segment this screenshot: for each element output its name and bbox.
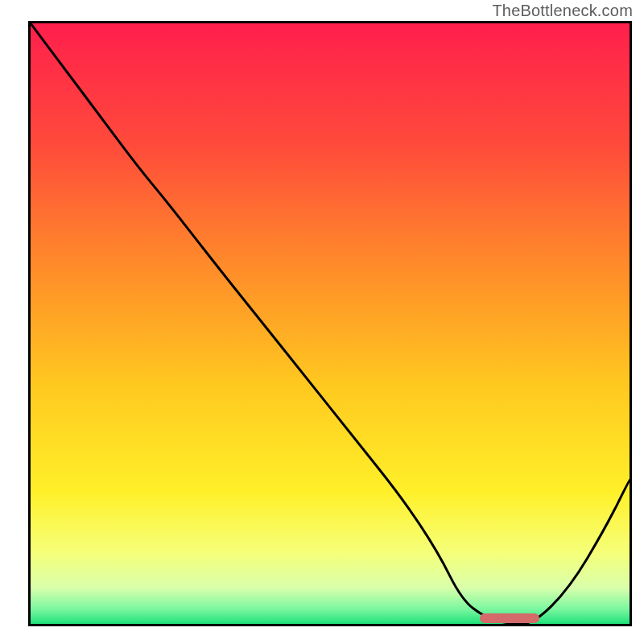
bottleneck-curve bbox=[31, 23, 630, 624]
optimal-range-marker bbox=[480, 613, 539, 623]
watermark-text: TheBottleneck.com bbox=[492, 2, 633, 20]
plot-area bbox=[31, 23, 630, 624]
figure-frame: TheBottleneck.com bbox=[0, 0, 644, 644]
